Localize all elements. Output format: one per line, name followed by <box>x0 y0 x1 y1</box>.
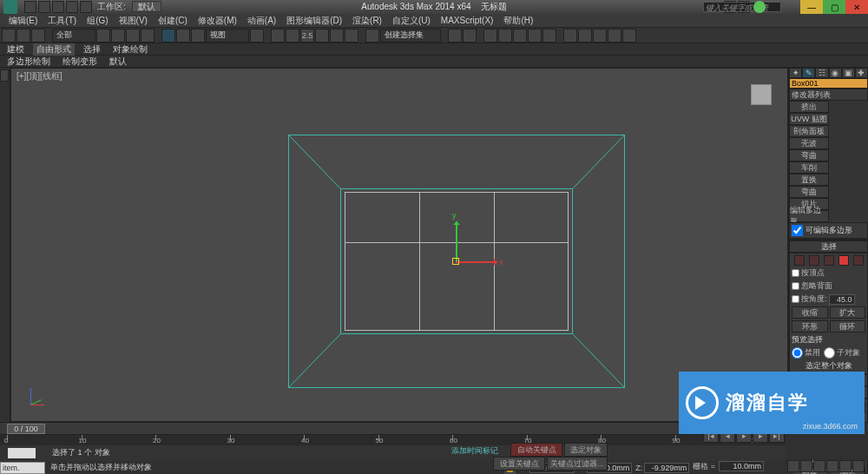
mod-button[interactable]: 壳波 <box>789 137 829 149</box>
percent-snap-icon[interactable] <box>330 29 344 43</box>
by-angle-checkbox[interactable]: 按角度: <box>792 293 827 305</box>
snap-toggle-icon[interactable]: 2.5 <box>300 29 314 43</box>
select-object-icon[interactable] <box>96 29 110 43</box>
render-iterative-icon[interactable] <box>608 29 621 43</box>
menu-group[interactable]: 组(G) <box>82 15 113 27</box>
ring-button[interactable]: 环形 <box>792 320 828 332</box>
qat-open-icon[interactable] <box>38 1 50 13</box>
edge-mode-icon[interactable] <box>809 255 819 266</box>
workspace-dropdown[interactable]: 默认 <box>132 1 161 12</box>
by-vertex-checkbox[interactable]: 按顶点 <box>792 267 865 279</box>
select-rotate-icon[interactable] <box>176 29 190 43</box>
mirror-icon[interactable] <box>448 29 462 43</box>
named-sel-dropdown[interactable]: 创建选择集 <box>380 29 441 43</box>
edit-named-sel-icon[interactable] <box>365 29 379 43</box>
orbit-icon[interactable] <box>839 460 852 472</box>
ref-coord-dropdown[interactable]: 视图 <box>206 29 249 43</box>
viewport-top[interactable]: [+][顶][线框] y x <box>10 68 788 422</box>
angle-spinner[interactable]: 45.0 <box>829 294 855 305</box>
qat-redo-icon[interactable] <box>80 1 92 13</box>
time-slider-handle[interactable]: 0 / 100 <box>7 424 45 434</box>
ribbon-panel-defaults[interactable]: 默认 <box>106 56 130 68</box>
pan-icon[interactable] <box>787 460 799 472</box>
qat-undo-icon[interactable] <box>66 1 78 13</box>
gizmo-y-axis[interactable] <box>456 221 457 261</box>
unlink-icon[interactable] <box>16 29 30 43</box>
stack-item-toggle[interactable] <box>792 225 803 236</box>
max-toggle-icon[interactable] <box>852 460 865 472</box>
schematic-view-icon[interactable] <box>528 29 542 43</box>
modifier-stack[interactable]: 可编辑多边形 <box>789 222 868 239</box>
border-mode-icon[interactable] <box>824 255 834 266</box>
search-input[interactable]: 键入关键字或短语 <box>703 2 781 12</box>
menu-animation[interactable]: 动画(A) <box>242 15 281 27</box>
auto-key-button[interactable]: 自动关键点 <box>510 443 562 457</box>
set-key-button[interactable]: 设置关键点 <box>493 457 545 471</box>
mod-button[interactable]: UVW 贴图 <box>789 113 829 125</box>
zoom-icon[interactable] <box>800 460 812 472</box>
element-mode-icon[interactable] <box>853 255 864 266</box>
mod-button[interactable]: 置换 <box>789 174 829 186</box>
preview-sub-radio[interactable]: 子对象 <box>824 347 860 359</box>
selected-filter[interactable]: 选定对象 <box>564 443 608 457</box>
manipulate-icon[interactable] <box>271 29 285 43</box>
viewport-label[interactable]: [+][顶][线框] <box>16 70 62 82</box>
window-crossing-icon[interactable] <box>141 29 155 43</box>
qat-new-icon[interactable] <box>24 1 36 13</box>
layer-manager-icon[interactable] <box>483 29 497 43</box>
track-bar[interactable] <box>0 445 786 461</box>
shrink-button[interactable]: 收缩 <box>792 306 828 319</box>
cmd-tab-modify-icon[interactable]: ✎ <box>802 68 815 78</box>
spinner-snap-icon[interactable] <box>345 29 358 43</box>
grow-button[interactable]: 扩大 <box>830 306 866 319</box>
zoom-extents-icon[interactable] <box>813 460 825 472</box>
use-pivot-icon[interactable] <box>250 29 264 43</box>
graphite-icon[interactable] <box>498 29 512 43</box>
select-scale-icon[interactable] <box>191 29 205 43</box>
menu-maxscript[interactable]: MAXScript(X) <box>436 16 499 25</box>
left-tool-1-icon[interactable] <box>0 69 9 82</box>
close-button[interactable]: ✕ <box>845 0 868 14</box>
time-ruler[interactable]: 0102030405060708090100 <box>0 435 786 445</box>
selection-filter-dropdown[interactable]: 全部 <box>52 29 95 43</box>
ribbon-tab-freeform[interactable]: 自由形式 <box>33 43 75 56</box>
menu-graph-editors[interactable]: 图形编辑器(D) <box>281 15 347 27</box>
preview-off-radio[interactable]: 禁用 <box>792 347 820 359</box>
angle-snap-icon[interactable] <box>315 29 329 43</box>
mod-button[interactable]: 编辑多边形 <box>789 210 829 222</box>
rendered-frame-icon[interactable] <box>578 29 592 43</box>
cmd-tab-utilities-icon[interactable]: ✚ <box>855 68 868 78</box>
menu-modifiers[interactable]: 修改器(M) <box>193 15 242 27</box>
ribbon-tab-selection[interactable]: 选择 <box>80 43 104 56</box>
polygon-mode-icon[interactable] <box>838 255 849 266</box>
loop-button[interactable]: 循环 <box>830 320 866 332</box>
app-logo-icon[interactable] <box>3 0 17 14</box>
align-icon[interactable] <box>463 29 477 43</box>
select-link-icon[interactable] <box>2 29 16 43</box>
object-name-field[interactable]: Box001 <box>789 78 868 89</box>
mod-button[interactable]: 车削 <box>789 161 829 174</box>
menu-help[interactable]: 帮助(H) <box>498 15 538 27</box>
key-filters-button[interactable]: 关键点过滤器... <box>547 457 608 471</box>
maximize-button[interactable]: ▢ <box>823 0 845 14</box>
z-coord-input[interactable]: -9.929mm <box>644 463 689 473</box>
render-production-icon[interactable] <box>593 29 607 43</box>
minimize-button[interactable]: — <box>800 0 823 14</box>
zoom-region-icon[interactable] <box>826 460 838 472</box>
select-move-icon[interactable] <box>161 29 175 43</box>
time-slider-track[interactable]: 0 / 100 <box>0 423 786 435</box>
ribbon-panel-paintdeform[interactable]: 绘制变形 <box>59 56 101 68</box>
cmd-tab-create-icon[interactable]: ✦ <box>789 68 802 78</box>
material-editor-icon[interactable] <box>542 29 556 43</box>
ribbon-tab-modeling[interactable]: 建模 <box>3 43 28 56</box>
menu-views[interactable]: 视图(V) <box>114 15 153 27</box>
ribbon-tab-object-paint[interactable]: 对象绘制 <box>109 43 151 56</box>
cmd-tab-hierarchy-icon[interactable]: ☷ <box>815 68 828 78</box>
menu-rendering[interactable]: 渲染(R) <box>347 15 387 27</box>
keyboard-shortcut-icon[interactable] <box>286 29 299 43</box>
gizmo-xy-plane[interactable] <box>452 258 459 265</box>
gizmo-x-axis[interactable] <box>456 261 497 263</box>
select-region-icon[interactable] <box>126 29 140 43</box>
menu-create[interactable]: 创建(C) <box>153 15 193 27</box>
render-setup-icon[interactable] <box>563 29 577 43</box>
